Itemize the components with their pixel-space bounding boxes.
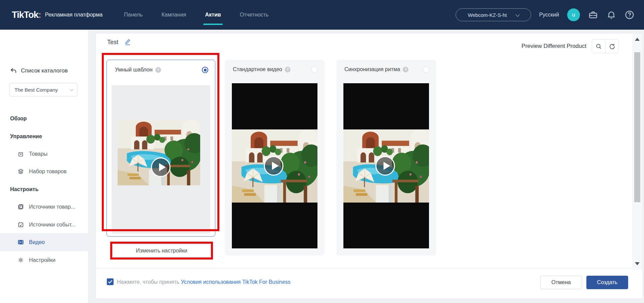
sidebar-item-settings[interactable]: Настройки [0,251,89,269]
preview-search-button[interactable] [592,39,605,53]
sidebar: Список каталогов The Best Company Обзор … [0,30,89,303]
edit-pencil-icon[interactable] [124,38,131,46]
help-icon[interactable]: ? [403,67,408,72]
preview-different-product-label: Preview Different Product [522,43,586,50]
language-selector[interactable]: Русский [539,12,559,18]
sidebar-item-label: Обзор [0,116,27,122]
nav-item-label: Отчетность [240,12,269,18]
logo-text: TikTok [12,10,38,20]
scrollbar-thumb[interactable] [634,52,640,202]
help-icon[interactable] [624,10,635,20]
avatar[interactable]: u [567,8,580,21]
main-menu: Панель Кампания Актив Отчетность [124,0,269,30]
radio-beat-sync[interactable] [423,66,429,73]
video-icon [18,239,24,245]
sidebar-item-label: Набор товаров [0,169,66,175]
preview-controls: Preview Different Product [522,39,619,53]
sidebar-item-product-sets[interactable]: Набор товаров [0,162,89,180]
footer-divider [96,268,632,268]
card-title: Синхронизация ритма [344,66,400,72]
play-button[interactable] [375,156,395,176]
sidebar-section-label: Настроить [0,186,38,192]
card-header: Умный шаблон ? [115,67,161,73]
play-button[interactable] [264,156,283,176]
nav-item-reporting[interactable]: Отчетность [240,0,269,30]
cancel-button[interactable]: Отмена [540,276,582,289]
card-smart-template[interactable]: Умный шаблон ? [106,60,215,237]
card-standard-video[interactable]: Стандартное видео ? [225,60,325,255]
card-title: Умный шаблон [115,67,153,73]
video-preview-beat-sync [343,83,429,248]
chevron-down-icon [70,87,73,91]
gear-icon [18,257,24,263]
nav-item-label: Кампания [161,12,186,18]
calendar-check-icon [18,221,24,228]
radio-standard-video[interactable] [311,66,318,73]
tiktok-logo[interactable]: TikTok : Рекламная платформа [12,0,102,30]
nav-item-assets[interactable]: Актив [205,0,221,30]
sidebar-item-label: Источники товар... [0,204,75,210]
sidebar-item-label: Источники событ... [0,222,75,228]
paperclip-square-icon [18,204,24,210]
video-preview-standard [232,83,317,248]
company-name: The Best Company [14,87,58,93]
shopping-bag-icon [18,151,24,157]
vertical-scrollbar[interactable] [632,34,642,270]
sidebar-item-products[interactable]: Товары [0,145,89,163]
active-tab-underline [203,24,223,25]
account-name: Webcom-KZ-S-ht [468,12,507,18]
layers-icon [18,168,24,175]
edit-settings-button[interactable]: Изменить настройки [112,244,211,257]
refresh-icon [609,43,615,50]
check-icon [108,280,113,284]
nav-item-dashboard[interactable]: Панель [124,0,143,30]
chevron-down-icon [515,12,520,17]
terms-checkbox[interactable] [107,278,114,285]
video-preview-smart-template [112,85,210,234]
terms-prefix: Нажмите, чтобы принять [117,279,181,285]
create-button[interactable]: Создать [586,276,628,289]
sidebar-section-configure[interactable]: Настроить [0,180,89,198]
back-label: Список каталогов [21,67,68,74]
page-title: Test [107,39,118,46]
sidebar-item-overview[interactable]: Обзор [0,110,89,127]
back-arrow-icon [10,67,17,74]
sidebar-item-product-sources[interactable]: Источники товар... [0,198,89,216]
card-header: Стандартное видео ? [233,66,290,72]
preview-refresh-button[interactable] [605,39,618,53]
logo-brand: Рекламная платформа [45,12,103,18]
sidebar-section-management[interactable]: Управление [0,127,89,145]
card-title: Стандартное видео [233,66,282,72]
notification-bell-icon[interactable] [606,10,616,20]
main-panel: Test Preview Different Product Умный шаб… [96,34,642,298]
terms-link[interactable]: Условия использования TikTok For Busines… [181,279,290,285]
nav-item-campaign[interactable]: Кампания [161,0,186,30]
briefcase-icon[interactable] [588,10,598,20]
terms-text: Нажмите, чтобы принять Условия использов… [117,279,290,285]
logo-colon: : [39,10,42,20]
help-icon[interactable]: ? [155,67,161,73]
nav-item-label: Актив [205,12,221,18]
sidebar-item-video[interactable]: Видео [0,233,89,251]
card-header: Синхронизация ритма ? [344,66,408,72]
nav-item-label: Панель [124,12,143,18]
sidebar-item-label: Настройки [0,257,55,263]
sidebar-section-label: Управление [0,133,42,140]
card-beat-sync[interactable]: Синхронизация ритма ? [336,60,436,255]
search-icon [595,43,602,50]
sidebar-item-event-sources[interactable]: Источники событ... [0,216,89,234]
help-icon[interactable]: ? [285,67,290,72]
nav-right-controls: Webcom-KZ-S-ht Русский u [456,0,635,30]
scroll-up-arrow[interactable] [635,38,640,41]
top-nav: TikTok : Рекламная платформа Панель Камп… [0,0,644,30]
account-dropdown[interactable]: Webcom-KZ-S-ht [456,8,531,21]
company-dropdown[interactable]: The Best Company [9,83,78,96]
back-to-catalog-list[interactable]: Список каталогов [10,67,68,74]
page-title-row: Test [107,38,131,46]
play-button[interactable] [151,157,171,177]
scroll-down-arrow[interactable] [635,262,640,265]
radio-smart-template[interactable] [202,67,208,73]
preview-tool-group [592,39,619,53]
